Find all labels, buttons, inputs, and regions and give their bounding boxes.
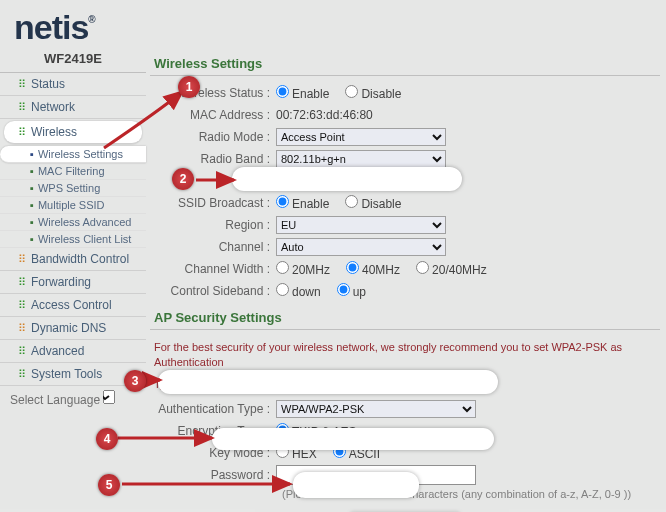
security-note-1: For the best security of your wireless n… <box>150 336 660 373</box>
radio-cw40[interactable]: 40MHz <box>346 261 400 277</box>
sidebar-item-bandwidth[interactable]: ⠿Bandwidth Control <box>0 248 146 271</box>
password-hint: (Please enter 8-63 ASCII characters (any… <box>150 488 660 500</box>
section-ap-title: AP Security Settings <box>150 308 660 330</box>
callout-5: 5 <box>98 474 120 496</box>
label-channel: Channel : <box>150 240 276 254</box>
input-password[interactable] <box>276 465 476 485</box>
radio-hex[interactable]: HEX <box>276 445 317 461</box>
radio-ascii[interactable]: ASCII <box>333 445 380 461</box>
label-region: Region : <box>150 218 276 232</box>
sidebar-item-ddns[interactable]: ⠿Dynamic DNS <box>0 317 146 340</box>
select-radio-band[interactable]: 802.11b+g+n <box>276 150 446 168</box>
value-mac: 00:72:63:dd:46:80 <box>276 108 373 122</box>
label-ctrlsb: Control Sideband : <box>150 284 276 298</box>
callout-2: 2 <box>172 168 194 190</box>
label-mac: MAC Address : <box>150 108 276 122</box>
callout-3: 3 <box>124 370 146 392</box>
input-ssid[interactable] <box>276 171 446 191</box>
sidebar-item-forwarding[interactable]: ⠿Forwarding <box>0 271 146 294</box>
radio-enable[interactable]: Enable <box>276 85 329 101</box>
label-ssid: SSID : <box>150 174 276 188</box>
radio-enc-tkipaes[interactable]: TKIP & AES <box>276 423 356 439</box>
radio-cw20[interactable]: 20MHz <box>276 261 330 277</box>
subnav-wireless-advanced[interactable]: ▪Wireless Advanced <box>0 214 146 231</box>
language-label: Select Language <box>10 393 100 407</box>
radio-up[interactable]: up <box>337 283 366 299</box>
label-password: Password : <box>150 468 276 482</box>
subnav-multi-ssid[interactable]: ▪Multiple SSID <box>0 197 146 214</box>
select-channel[interactable]: Auto <box>276 238 446 256</box>
label-chwidth: Channel Width : <box>150 262 276 276</box>
label-radio-mode: Radio Mode : <box>150 130 276 144</box>
section-wireless-title: Wireless Settings <box>150 54 660 76</box>
language-row: Select Language <box>0 386 146 411</box>
subnav-wireless-settings[interactable]: ▪Wireless Settings <box>0 146 146 163</box>
security-note-2: Type, and AES or TKIP & AES as Encryptio… <box>150 373 660 394</box>
radio-ssidbc-enable[interactable]: Enable <box>276 195 329 211</box>
sidebar-item-status[interactable]: ⠿Status <box>0 73 146 96</box>
radio-down[interactable]: down <box>276 283 321 299</box>
language-select[interactable] <box>103 390 115 404</box>
brand-logo: netis® <box>14 8 95 47</box>
select-region[interactable]: EU <box>276 216 446 234</box>
main-panel: Wireless Settings Wireless Status : Enab… <box>150 54 660 512</box>
model-label: WF2419E <box>0 48 146 73</box>
radio-cw2040[interactable]: 20/40MHz <box>416 261 487 277</box>
callout-1: 1 <box>178 76 200 98</box>
label-enc: Encryption Type : <box>150 424 276 438</box>
radio-disable[interactable]: Disable <box>345 85 401 101</box>
sidebar-item-wireless[interactable]: ⠿Wireless <box>4 121 142 144</box>
sidebar-item-access[interactable]: ⠿Access Control <box>0 294 146 317</box>
radio-ssidbc-disable[interactable]: Disable <box>345 195 401 211</box>
sidebar-item-advanced[interactable]: ⠿Advanced <box>0 340 146 363</box>
label-ssid-bc: SSID Broadcast : <box>150 196 276 210</box>
callout-4: 4 <box>96 428 118 450</box>
subnav-client-list[interactable]: ▪Wireless Client List <box>0 231 146 248</box>
select-radio-mode[interactable]: Access Point <box>276 128 446 146</box>
subnav-wps[interactable]: ▪WPS Setting <box>0 180 146 197</box>
label-radio-band: Radio Band : <box>150 152 276 166</box>
sidebar-item-network[interactable]: ⠿Network <box>0 96 146 119</box>
label-wireless-status: Wireless Status : <box>150 86 276 100</box>
label-keymode: Key Mode : <box>150 446 276 460</box>
select-auth-type[interactable]: WPA/WPA2-PSK <box>276 400 476 418</box>
sidebar: WF2419E ⠿Status ⠿Network ⠿Wireless ▪Wire… <box>0 48 146 411</box>
label-auth: Authentication Type : <box>150 402 276 416</box>
subnav-mac-filtering[interactable]: ▪MAC Filtering <box>0 163 146 180</box>
